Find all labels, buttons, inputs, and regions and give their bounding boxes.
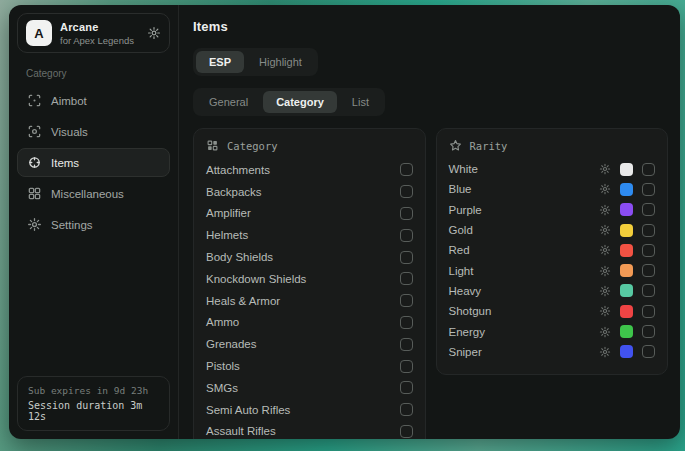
checkbox[interactable] (400, 403, 413, 416)
category-row-grenades: Grenades (206, 333, 413, 355)
checkbox[interactable] (400, 163, 413, 176)
rarity-row-label: Sniper (449, 346, 600, 358)
color-swatch[interactable] (620, 284, 633, 297)
checkbox[interactable] (400, 251, 413, 264)
category-row-label: Semi Auto Rifles (206, 404, 290, 416)
sidebar-item-aimbot[interactable]: Aimbot (17, 86, 170, 115)
rarity-row-label: Light (449, 265, 600, 277)
checkbox[interactable] (642, 244, 655, 257)
checkbox[interactable] (642, 163, 655, 176)
color-swatch[interactable] (620, 163, 633, 176)
category-row-label: Assault Rifles (206, 425, 276, 437)
category-row-label: Backpacks (206, 186, 262, 198)
sidebar-item-label: Aimbot (51, 95, 87, 107)
gear-icon[interactable] (599, 224, 611, 236)
gear-icon[interactable] (599, 265, 611, 277)
panels-row: Category AttachmentsBackpacksAmplifierHe… (193, 128, 668, 439)
color-swatch[interactable] (620, 203, 633, 216)
gear-icon[interactable] (599, 326, 611, 338)
checkbox[interactable] (400, 316, 413, 329)
category-row-label: Knockdown Shields (206, 273, 306, 285)
checkbox[interactable] (642, 264, 655, 277)
sidebar: A Arcane for Apex Legends Category Aimbo… (9, 5, 179, 439)
gear-icon[interactable] (147, 26, 161, 40)
gear-icon[interactable] (599, 163, 611, 175)
category-row-assault-rifles: Assault Rifles (206, 421, 413, 439)
rarity-row-label: Heavy (449, 285, 600, 297)
mode-highlight[interactable]: Highlight (246, 51, 315, 73)
checkbox[interactable] (400, 207, 413, 220)
checkbox[interactable] (642, 345, 655, 358)
checkbox[interactable] (400, 381, 413, 394)
rarity-panel-title: Rarity (470, 140, 508, 152)
checkbox[interactable] (400, 294, 413, 307)
gear-icon[interactable] (599, 244, 611, 256)
crosshair-brackets-icon (27, 93, 42, 108)
rarity-row-label: Blue (449, 183, 600, 195)
rarity-row-purple: Purple (449, 200, 656, 220)
qr-grid-icon (206, 139, 219, 152)
category-panel-title: Category (227, 140, 278, 152)
rarity-row-label: Purple (449, 204, 600, 216)
sidebar-item-label: Visuals (51, 126, 88, 138)
target-icon (27, 155, 42, 170)
checkbox[interactable] (400, 272, 413, 285)
sidebar-section-label: Category (26, 68, 161, 79)
checkbox[interactable] (400, 338, 413, 351)
sub-expires-text: Sub expires in 9d 23h (28, 385, 159, 396)
category-row-label: Attachments (206, 164, 270, 176)
tab-category[interactable]: Category (263, 91, 337, 113)
category-row-knockdown-shields: Knockdown Shields (206, 268, 413, 290)
checkbox[interactable] (642, 224, 655, 237)
category-panel: Category AttachmentsBackpacksAmplifierHe… (193, 128, 426, 439)
checkbox[interactable] (400, 229, 413, 242)
category-row-ammo: Ammo (206, 312, 413, 334)
view-tabs: GeneralCategoryList (193, 88, 385, 116)
rarity-row-blue: Blue (449, 179, 656, 199)
sidebar-item-miscellaneous[interactable]: Miscellaneous (17, 179, 170, 208)
color-swatch[interactable] (620, 224, 633, 237)
category-row-label: Helmets (206, 229, 248, 241)
color-swatch[interactable] (620, 345, 633, 358)
category-row-label: Pistols (206, 360, 240, 372)
color-swatch[interactable] (620, 305, 633, 318)
category-row-label: Heals & Armor (206, 295, 280, 307)
gear-icon[interactable] (599, 305, 611, 317)
category-row-label: SMGs (206, 382, 238, 394)
sidebar-item-items[interactable]: Items (17, 148, 170, 177)
sidebar-item-label: Miscellaneous (51, 188, 124, 200)
layout-grid-icon (27, 186, 42, 201)
checkbox[interactable] (642, 305, 655, 318)
color-swatch[interactable] (620, 264, 633, 277)
checkbox[interactable] (642, 325, 655, 338)
color-swatch[interactable] (620, 183, 633, 196)
tab-general[interactable]: General (196, 91, 261, 113)
rarity-panel: Rarity WhiteBluePurpleGoldRedLightHeavyS… (436, 128, 669, 375)
gear-icon[interactable] (599, 183, 611, 195)
app-logo: A (26, 20, 52, 46)
checkbox[interactable] (400, 360, 413, 373)
category-row-semi-auto-rifles: Semi Auto Rifles (206, 399, 413, 421)
checkbox[interactable] (642, 183, 655, 196)
sidebar-item-settings[interactable]: Settings (17, 210, 170, 239)
tab-list[interactable]: List (339, 91, 382, 113)
rarity-list: WhiteBluePurpleGoldRedLightHeavyShotgunE… (449, 159, 656, 362)
checkbox[interactable] (642, 203, 655, 216)
color-swatch[interactable] (620, 244, 633, 257)
desktop-backdrop: A Arcane for Apex Legends Category Aimbo… (0, 0, 685, 451)
gear-icon[interactable] (599, 285, 611, 297)
main-content: Items ESPHighlight GeneralCategoryList C… (179, 5, 680, 439)
mode-esp[interactable]: ESP (196, 51, 244, 73)
sidebar-item-label: Items (51, 157, 79, 169)
arcane-window: A Arcane for Apex Legends Category Aimbo… (9, 5, 680, 439)
checkbox[interactable] (400, 425, 413, 438)
gear-icon[interactable] (599, 346, 611, 358)
app-subtitle: for Apex Legends (60, 35, 134, 46)
category-row-amplifier: Amplifier (206, 203, 413, 225)
color-swatch[interactable] (620, 325, 633, 338)
checkbox[interactable] (642, 284, 655, 297)
gear-icon[interactable] (599, 204, 611, 216)
sidebar-item-visuals[interactable]: Visuals (17, 117, 170, 146)
rarity-row-label: White (449, 163, 600, 175)
checkbox[interactable] (400, 185, 413, 198)
